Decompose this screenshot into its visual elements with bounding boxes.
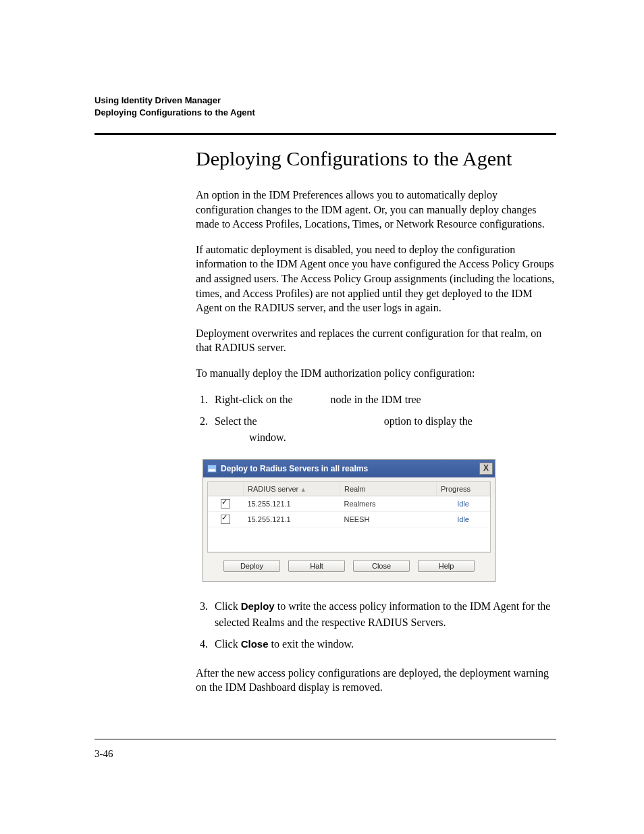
cell-progress: Idle (437, 511, 490, 527)
cell-progress: Idle (437, 496, 490, 511)
table-row[interactable]: 15.255.121.1 Realmers Idle (208, 496, 490, 511)
step-2: Select the Deploy to Radius Servers… opt… (211, 413, 556, 446)
para-5: After the new access policy configuratio… (196, 666, 556, 695)
steps-list-1: Right-click on the Realms node in the ID… (196, 392, 556, 446)
page-number: 3-46 (95, 748, 113, 760)
col-realm[interactable]: Realm (340, 482, 437, 496)
table-header-row: RADIUS server Realm Progress (208, 482, 490, 496)
cell-server: 15.255.121.1 (244, 511, 340, 527)
col-radius[interactable]: RADIUS server (244, 482, 340, 496)
para-3: Deployment overwrites and replaces the c… (196, 326, 556, 355)
running-header: Using Identity Driven Manager Deploying … (95, 95, 556, 118)
checkbox-icon[interactable] (221, 499, 230, 509)
help-button[interactable]: Help (418, 560, 475, 572)
rule-bottom (95, 739, 556, 739)
dialog-button-row: Deploy Halt Close Help (207, 552, 491, 575)
para-4: To manually deploy the IDM authorization… (196, 366, 556, 381)
header-line-2: Deploying Configurations to the Agent (95, 107, 556, 119)
dialog-title: Deploy to Radius Servers in all realms (221, 464, 479, 473)
close-button[interactable]: Close (353, 560, 410, 572)
section-title: Deploying Configurations to the Agent (196, 147, 556, 170)
rule-top (95, 133, 556, 135)
steps-list-2: Click Deploy to write the access policy … (196, 598, 556, 652)
deploy-button[interactable]: Deploy (223, 560, 280, 572)
cell-realm: NEESH (340, 511, 437, 527)
servers-table: RADIUS server Realm Progress 15.255.121.… (207, 481, 491, 552)
header-line-1: Using Identity Driven Manager (95, 95, 556, 107)
checkbox-icon[interactable] (221, 515, 230, 524)
cell-realm: Realmers (340, 496, 437, 511)
dialog-icon (207, 465, 217, 473)
step-1: Right-click on the Realms node in the ID… (211, 392, 556, 408)
halt-button[interactable]: Halt (288, 560, 345, 572)
dialog-titlebar: Deploy to Radius Servers in all realms X (203, 460, 495, 477)
cell-server: 15.255.121.1 (244, 496, 340, 511)
deploy-dialog: Deploy to Radius Servers in all realms X… (203, 459, 495, 582)
para-2: If automatic deployment is disabled, you… (196, 242, 556, 315)
para-1: An option in the IDM Preferences allows … (196, 188, 556, 232)
table-row[interactable]: 15.255.121.1 NEESH Idle (208, 511, 490, 527)
step-3: Click Deploy to write the access policy … (211, 598, 556, 631)
close-icon[interactable]: X (479, 463, 493, 475)
step-4: Click Close to exit the window. (211, 636, 556, 652)
col-progress[interactable]: Progress (437, 482, 490, 496)
col-checkbox[interactable] (208, 482, 244, 496)
